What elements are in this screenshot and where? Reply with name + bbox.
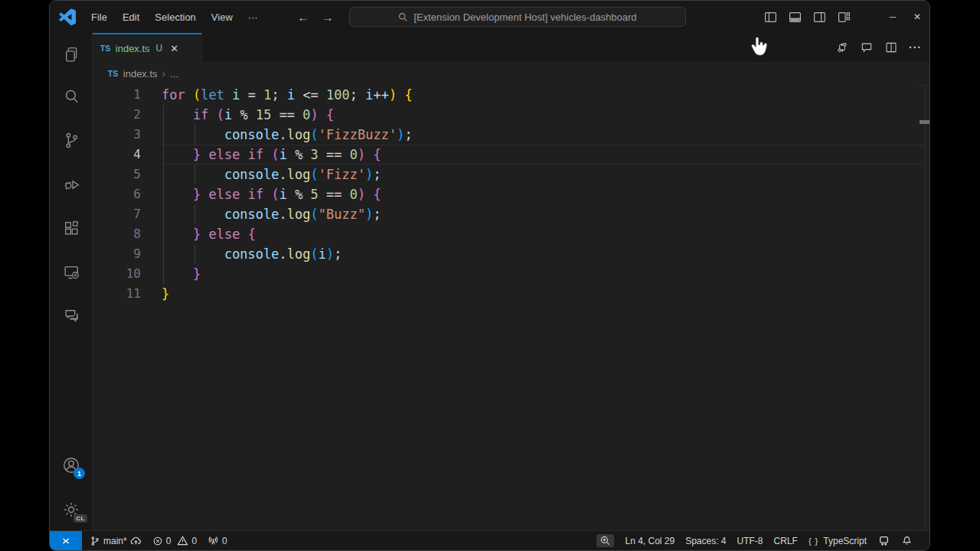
overview-ruler-top-border [918, 85, 929, 86]
chevron-right-icon: › [162, 67, 166, 80]
menu-edit[interactable]: Edit [115, 11, 147, 23]
copilot-icon[interactable] [877, 534, 890, 547]
line-number[interactable]: 10 [93, 264, 141, 284]
remote-explorer-icon[interactable] [60, 262, 82, 283]
go-back-button[interactable]: ← [293, 11, 313, 24]
more-actions-icon[interactable]: ··· [909, 41, 922, 54]
menu-selection[interactable]: Selection [147, 11, 203, 23]
code-line[interactable]: } else if (i % 5 == 0) { [162, 184, 381, 204]
language-mode[interactable]: { } TypeScript [808, 536, 867, 546]
indent-guide [163, 184, 164, 204]
search-icon [398, 12, 408, 22]
activity-bar: 1 CL [50, 33, 93, 530]
code-line[interactable]: console.log("Buzz"); [162, 204, 381, 224]
title-bar: File Edit Selection View ··· ← → [Extens… [50, 1, 929, 33]
indent-guide [163, 125, 164, 145]
code-editor[interactable]: 1234567891011 for (let i = 1; i <= 100; … [93, 85, 929, 530]
code-line[interactable]: } else { [162, 224, 256, 244]
tab-close-icon[interactable]: ✕ [170, 43, 178, 54]
toggle-panel-icon[interactable] [789, 11, 802, 24]
code-line[interactable]: } [162, 284, 169, 304]
source-control-icon[interactable] [60, 129, 82, 151]
menu-view[interactable]: View [204, 11, 240, 23]
line-number[interactable]: 9 [93, 244, 141, 264]
line-number[interactable]: 11 [93, 284, 141, 304]
menu-overflow[interactable]: ··· [240, 11, 266, 23]
line-number[interactable]: 5 [93, 165, 141, 184]
line-number[interactable]: 3 [93, 125, 141, 145]
settings-gear-icon[interactable]: CL [60, 499, 82, 520]
settings-badge: CL [74, 514, 87, 523]
eol-status[interactable]: CRLF [774, 536, 798, 546]
customize-layout-icon[interactable] [838, 11, 851, 24]
accounts-icon[interactable]: 1 [60, 455, 82, 476]
line-number[interactable]: 1 [93, 85, 141, 105]
indent-guide [194, 204, 195, 224]
run-and-debug-icon[interactable] [60, 174, 82, 195]
code-line[interactable]: } [162, 264, 201, 284]
indent-guide [194, 165, 195, 184]
line-number[interactable]: 4 [93, 145, 141, 165]
open-changes-icon[interactable] [835, 41, 849, 54]
errors-count: 0 [166, 536, 172, 546]
zoom-in-icon [599, 535, 611, 546]
accounts-badge: 1 [74, 468, 85, 479]
warnings-icon [177, 535, 188, 546]
breadcrumb-file[interactable]: index.ts [123, 68, 158, 80]
indent-guide [163, 204, 164, 224]
ports-count: 0 [222, 536, 227, 546]
menu-file[interactable]: File [83, 11, 115, 23]
line-number[interactable]: 8 [93, 224, 141, 244]
breadcrumb-symbol[interactable]: ... [170, 68, 178, 80]
line-number[interactable]: 6 [93, 184, 141, 204]
toggle-primary-sidebar-icon[interactable] [764, 11, 777, 24]
git-untracked-badge: U [156, 43, 163, 54]
code-line[interactable]: console.log(i); [162, 244, 342, 264]
code-line[interactable]: console.log('FizzBuzz'); [162, 125, 413, 145]
search-sidebar-icon[interactable] [60, 86, 82, 107]
encoding-status[interactable]: UTF-8 [737, 536, 763, 546]
minimize-button[interactable]: ─ [880, 1, 905, 33]
vscode-window: File Edit Selection View ··· ← → [Extens… [49, 0, 930, 551]
explorer-icon[interactable] [60, 44, 82, 65]
line-number[interactable]: 7 [93, 204, 141, 224]
problems-status[interactable]: 0 0 [152, 535, 197, 546]
overview-ruler-cursor-marker[interactable] [920, 120, 930, 124]
tab-label: index.ts [116, 43, 150, 54]
ports-status[interactable]: 0 [207, 535, 227, 546]
indent-guide [194, 125, 195, 145]
code-line[interactable]: if (i % 15 == 0) { [162, 105, 334, 125]
menu-bar: File Edit Selection View ··· [83, 1, 266, 33]
code-line[interactable]: console.log('Fizz'); [162, 165, 381, 184]
remote-indicator[interactable] [50, 531, 82, 550]
toggle-secondary-sidebar-icon[interactable] [813, 11, 826, 24]
extensions-icon[interactable] [60, 217, 82, 239]
split-editor-icon[interactable] [884, 41, 898, 54]
git-branch-icon [90, 536, 100, 546]
indentation-status[interactable]: Spaces: 4 [685, 536, 726, 546]
errors-icon [152, 536, 163, 546]
breadcrumb-file-icon: TS [108, 70, 119, 78]
cursor-position[interactable]: Ln 4, Col 29 [625, 536, 675, 546]
close-button[interactable]: ✕ [905, 1, 929, 33]
go-forward-button[interactable]: → [318, 11, 338, 24]
line-number[interactable]: 2 [93, 105, 141, 125]
indent-guide [194, 244, 195, 264]
zoom-indicator[interactable] [596, 534, 614, 547]
code-line[interactable]: } else if (i % 3 == 0) { [162, 145, 381, 165]
code-line[interactable]: for (let i = 1; i <= 100; i++) { [162, 85, 413, 105]
command-center-search[interactable]: [Extension Development Host] vehicles-da… [349, 7, 686, 27]
indent-guide [163, 145, 164, 165]
comment-icon[interactable] [860, 41, 874, 54]
git-branch-status[interactable]: main* [90, 535, 142, 546]
overview-ruler-border [925, 85, 926, 530]
mouse-hand-cursor [750, 36, 769, 57]
tab-index-ts[interactable]: TS index.ts U ✕ [93, 33, 202, 62]
chat-icon[interactable] [60, 305, 82, 326]
window-title: [Extension Development Host] vehicles-da… [413, 11, 636, 23]
indent-guide [163, 105, 164, 125]
vscode-logo-icon [59, 8, 76, 25]
notifications-bell-icon[interactable] [901, 535, 913, 546]
radio-tower-icon [207, 535, 219, 546]
remote-icon [60, 536, 71, 546]
